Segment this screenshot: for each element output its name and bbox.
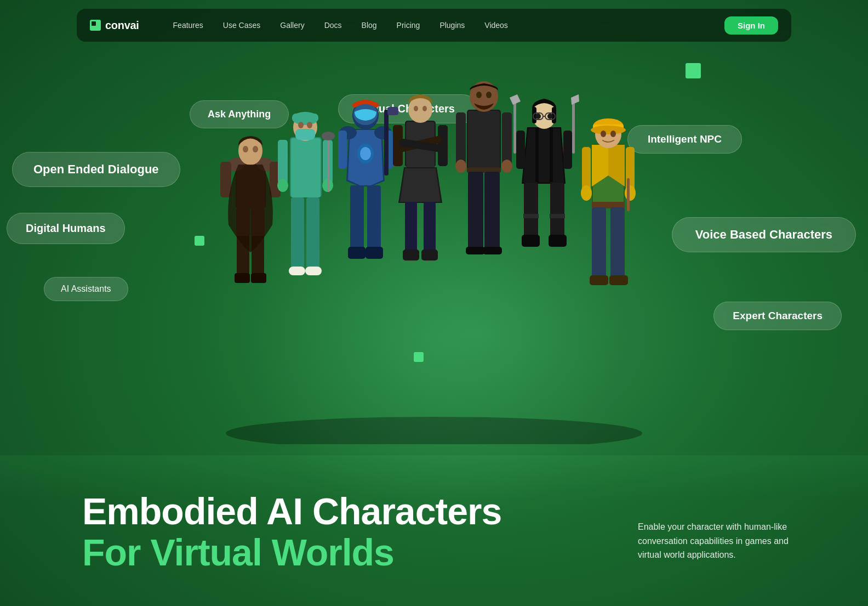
svg-rect-55 bbox=[421, 250, 438, 260]
navbar: convai Features Use Cases Gallery Docs B… bbox=[77, 9, 791, 42]
nav-pricing[interactable]: Pricing bbox=[389, 18, 428, 33]
svg-rect-45 bbox=[367, 185, 381, 251]
logo-text: convai bbox=[105, 19, 139, 32]
characters-svg bbox=[187, 49, 681, 444]
svg-rect-74 bbox=[550, 127, 553, 182]
badge-voice-based-characters: Voice Based Characters bbox=[672, 217, 856, 252]
svg-point-98 bbox=[625, 185, 636, 201]
svg-rect-82 bbox=[550, 214, 565, 218]
hero-title-line2: For Virtual Worlds bbox=[82, 532, 539, 573]
characters-scene bbox=[187, 49, 681, 444]
svg-rect-102 bbox=[610, 207, 625, 279]
svg-point-71 bbox=[476, 92, 482, 98]
svg-point-35 bbox=[360, 147, 371, 160]
svg-rect-46 bbox=[348, 247, 366, 259]
svg-rect-25 bbox=[306, 197, 319, 269]
nav-plugins[interactable]: Plugins bbox=[432, 18, 472, 33]
svg-point-63 bbox=[455, 160, 466, 173]
svg-rect-66 bbox=[468, 172, 483, 251]
svg-point-92 bbox=[547, 114, 553, 119]
svg-point-91 bbox=[535, 114, 541, 119]
logo[interactable]: convai bbox=[90, 19, 139, 32]
nav-links: Features Use Cases Gallery Docs Blog Pri… bbox=[165, 18, 724, 33]
svg-rect-47 bbox=[366, 247, 383, 259]
svg-point-0 bbox=[226, 417, 642, 444]
badge-digital-humans: Digital Humans bbox=[7, 213, 125, 244]
hero-description: Enable your character with human-like co… bbox=[638, 520, 813, 562]
green-dot-top bbox=[686, 63, 701, 78]
logo-icon bbox=[90, 20, 101, 31]
svg-rect-42 bbox=[384, 110, 389, 175]
svg-rect-28 bbox=[278, 140, 288, 184]
svg-rect-17 bbox=[291, 138, 321, 197]
svg-point-109 bbox=[601, 131, 606, 137]
svg-point-23 bbox=[307, 122, 312, 128]
svg-rect-104 bbox=[609, 275, 628, 285]
svg-point-30 bbox=[277, 179, 288, 192]
svg-point-64 bbox=[501, 160, 512, 173]
svg-point-58 bbox=[422, 106, 427, 111]
svg-rect-21 bbox=[295, 129, 315, 140]
nav-use-cases[interactable]: Use Cases bbox=[215, 18, 268, 33]
svg-rect-62 bbox=[502, 112, 512, 165]
nav-blog[interactable]: Blog bbox=[354, 18, 385, 33]
svg-rect-77 bbox=[513, 99, 516, 154]
svg-rect-103 bbox=[590, 275, 608, 285]
svg-point-72 bbox=[486, 92, 492, 98]
svg-rect-83 bbox=[522, 235, 540, 247]
svg-rect-43 bbox=[387, 107, 398, 115]
svg-rect-75 bbox=[516, 131, 525, 169]
svg-point-33 bbox=[322, 132, 335, 140]
sign-in-button[interactable]: Sign In bbox=[724, 16, 778, 35]
svg-rect-68 bbox=[466, 247, 485, 254]
svg-rect-26 bbox=[289, 267, 305, 275]
nav-docs[interactable]: Docs bbox=[317, 18, 350, 33]
svg-rect-32 bbox=[327, 137, 329, 192]
nav-videos[interactable]: Videos bbox=[477, 18, 516, 33]
svg-rect-60 bbox=[468, 111, 500, 170]
svg-point-22 bbox=[298, 122, 304, 128]
svg-rect-67 bbox=[484, 172, 500, 251]
nav-features[interactable]: Features bbox=[165, 18, 211, 33]
nav-gallery[interactable]: Gallery bbox=[272, 18, 312, 33]
svg-rect-61 bbox=[456, 112, 466, 165]
page-wrapper: convai Features Use Cases Gallery Docs B… bbox=[0, 0, 868, 606]
svg-point-6 bbox=[243, 146, 248, 152]
svg-rect-13 bbox=[251, 273, 266, 283]
hero-text-block: Embodied AI Characters For Virtual World… bbox=[82, 491, 539, 573]
svg-rect-14 bbox=[220, 162, 231, 197]
svg-rect-44 bbox=[350, 185, 364, 251]
svg-rect-78 bbox=[572, 99, 575, 154]
svg-rect-99 bbox=[627, 178, 630, 211]
hero-title-line1: Embodied AI Characters bbox=[82, 491, 539, 532]
svg-rect-101 bbox=[592, 207, 606, 279]
svg-rect-76 bbox=[563, 131, 572, 169]
svg-rect-53 bbox=[424, 202, 436, 254]
svg-point-110 bbox=[610, 131, 616, 137]
badge-open-ended-dialogue: Open Ended Dialogue bbox=[12, 152, 180, 187]
svg-rect-81 bbox=[523, 214, 539, 218]
svg-rect-73 bbox=[535, 127, 539, 182]
svg-rect-95 bbox=[582, 147, 591, 191]
svg-rect-80 bbox=[550, 183, 564, 237]
svg-point-97 bbox=[581, 185, 592, 201]
svg-rect-69 bbox=[483, 247, 502, 254]
svg-point-7 bbox=[253, 146, 258, 152]
svg-point-108 bbox=[591, 126, 626, 134]
svg-rect-20 bbox=[292, 114, 318, 122]
badge-expert-characters: Expert Characters bbox=[713, 302, 842, 330]
svg-rect-52 bbox=[405, 202, 417, 254]
badge-ai-assistants: AI Assistants bbox=[44, 277, 128, 301]
svg-rect-79 bbox=[524, 183, 538, 237]
svg-rect-24 bbox=[291, 197, 304, 269]
svg-rect-84 bbox=[549, 235, 567, 247]
svg-rect-12 bbox=[235, 273, 250, 283]
svg-rect-27 bbox=[305, 267, 322, 275]
svg-rect-54 bbox=[403, 250, 419, 260]
svg-point-57 bbox=[414, 106, 418, 111]
svg-rect-40 bbox=[338, 131, 347, 169]
